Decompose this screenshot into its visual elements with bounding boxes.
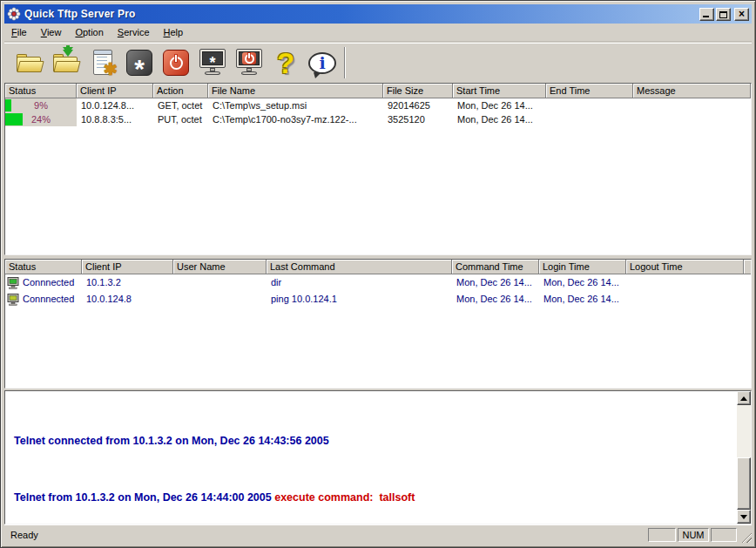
- col-action[interactable]: Action: [153, 84, 208, 98]
- close-button[interactable]: ×: [734, 8, 749, 21]
- receive-folder-button[interactable]: [48, 45, 84, 80]
- log-scrollbar[interactable]: [737, 391, 751, 524]
- log-settings-button[interactable]: ✱: [84, 45, 121, 80]
- status-message: Ready: [4, 530, 648, 540]
- stop-remote-service-icon: [235, 49, 263, 77]
- start-time-cell: Mon, Dec 26 14...: [453, 98, 546, 112]
- progress-cell: 9%: [5, 98, 77, 112]
- log-segment: execute command: tallsoft: [274, 491, 415, 504]
- minimize-button[interactable]: [699, 8, 714, 21]
- col-login-time[interactable]: Login Time: [539, 260, 626, 274]
- col-logout-time[interactable]: Logout Time: [626, 260, 744, 274]
- user-name-cell: [173, 274, 267, 291]
- col-status[interactable]: Status: [5, 260, 82, 274]
- terminal-icon: [7, 277, 20, 289]
- end-time-cell: [546, 112, 633, 126]
- client-ip-cell: 10.1.3.2: [82, 274, 173, 291]
- list-item[interactable]: Connnected 10.1.3.2 dir Mon, Dec 26 14..…: [5, 274, 751, 291]
- session-status: Connnected: [23, 291, 74, 308]
- client-ip-cell: 10.0.124.8: [82, 291, 173, 308]
- message-cell: [633, 98, 751, 112]
- stop-remote-service-button[interactable]: [231, 45, 267, 80]
- client-ip-cell: 10.8.8.3:5...: [77, 112, 153, 126]
- message-cell: [633, 112, 751, 126]
- maximize-button[interactable]: [716, 8, 731, 21]
- window-title: Quick Tftp Server Pro: [24, 8, 699, 20]
- col-message[interactable]: Message: [633, 84, 751, 98]
- status-bar: Ready NUM: [4, 524, 752, 544]
- login-time-cell: Mon, Dec 26 14...: [539, 291, 626, 308]
- app-icon[interactable]: [7, 7, 21, 21]
- log-text: Telnet connected from 10.1.3.2 on Mon, D…: [5, 391, 736, 524]
- status-pane-scrl: [711, 528, 737, 542]
- session-status: Connnected: [23, 274, 74, 291]
- arrow-down-icon: [740, 515, 747, 519]
- col-command-time[interactable]: Command Time: [452, 260, 539, 274]
- menu-file[interactable]: File: [4, 24, 34, 41]
- table-row[interactable]: 9% 10.0.124.8... GET, octet C:\Temp\vs_s…: [5, 98, 751, 112]
- progress-cell: 24%: [5, 112, 77, 126]
- help-button[interactable]: ?: [267, 45, 304, 80]
- help-icon: ?: [277, 49, 294, 78]
- col-status[interactable]: Status: [5, 84, 77, 98]
- last-command-cell: ping 10.0.124.1: [267, 291, 452, 308]
- progress-bar: [5, 113, 23, 125]
- about-button[interactable]: i: [304, 45, 341, 80]
- scroll-down-button[interactable]: [737, 510, 751, 524]
- col-file-size[interactable]: File Size: [383, 84, 453, 98]
- resize-grip[interactable]: [740, 531, 752, 543]
- file-name-cell: C:\Temp\vs_setup.msi: [208, 98, 383, 112]
- open-folder-button[interactable]: [11, 45, 48, 80]
- logout-time-cell: [626, 274, 744, 291]
- sessions-panel: Status Client IP User Name Last Command …: [4, 259, 752, 389]
- terminal-icon: [7, 294, 20, 306]
- log-line: Telnet connected from 10.1.3.2 on Mon, D…: [14, 432, 731, 451]
- arrow-up-icon: [740, 396, 747, 401]
- col-client-ip[interactable]: Client IP: [77, 84, 153, 98]
- scroll-up-button[interactable]: [737, 391, 751, 405]
- action-cell: GET, octet: [153, 98, 208, 112]
- session-status-cell: Connnected: [5, 274, 82, 291]
- title-bar[interactable]: Quick Tftp Server Pro ×: [4, 4, 752, 24]
- start-time-cell: Mon, Dec 26 14...: [453, 112, 546, 126]
- transfers-panel: Status Client IP Action File Name File S…: [4, 83, 752, 255]
- col-filler: [744, 260, 752, 274]
- minimize-icon: [703, 16, 709, 17]
- list-item[interactable]: Connnected 10.0.124.8 ping 10.0.124.1 Mo…: [5, 291, 751, 308]
- table-row[interactable]: 24% 10.8.8.3:5... PUT, octet C:\Temp\c17…: [5, 112, 751, 126]
- col-client-ip[interactable]: Client IP: [82, 260, 173, 274]
- col-user-name[interactable]: User Name: [173, 260, 267, 274]
- transfers-header: Status Client IP Action File Name File S…: [5, 84, 751, 98]
- close-icon: ×: [735, 8, 748, 21]
- col-last-command[interactable]: Last Command: [267, 260, 452, 274]
- col-file-name[interactable]: File Name: [208, 84, 383, 98]
- log-line: Telnet from 10.1.3.2 on Mon, Dec 26 14:4…: [14, 489, 731, 508]
- last-command-cell: dir: [267, 274, 452, 291]
- start-remote-service-button[interactable]: *: [194, 45, 231, 80]
- col-end-time[interactable]: End Time: [546, 84, 633, 98]
- menu-option[interactable]: Option: [68, 24, 110, 41]
- toolbar-separator: [344, 47, 346, 78]
- scroll-thumb[interactable]: [737, 457, 751, 510]
- stop-service-button[interactable]: [158, 45, 194, 80]
- menu-service[interactable]: Service: [111, 24, 157, 41]
- end-time-cell: [546, 98, 633, 112]
- menu-view[interactable]: View: [34, 24, 69, 41]
- about-icon: i: [308, 52, 336, 74]
- start-service-icon: *: [126, 50, 152, 76]
- start-service-button[interactable]: *: [121, 45, 158, 80]
- log-settings-icon: ✱: [93, 51, 112, 75]
- file-size-cell: 3525120: [383, 112, 453, 126]
- menu-help[interactable]: Help: [157, 24, 191, 41]
- log-segment: Telnet connected from 10.1.3.2 on Mon, D…: [14, 435, 329, 447]
- log-segment: Telnet from 10.1.3.2 on Mon, Dec 26 14:4…: [14, 491, 274, 504]
- progress-label: 24%: [31, 114, 51, 125]
- col-start-time[interactable]: Start Time: [453, 84, 546, 98]
- client-ip-cell: 10.0.124.8...: [77, 98, 153, 112]
- status-pane-cap: [648, 528, 676, 542]
- user-name-cell: [173, 291, 267, 308]
- progress-label: 9%: [34, 100, 48, 111]
- session-status-cell: Connnected: [5, 291, 82, 308]
- toolbar: ✱ * * ? i: [4, 43, 752, 82]
- filler-cell: [744, 291, 752, 308]
